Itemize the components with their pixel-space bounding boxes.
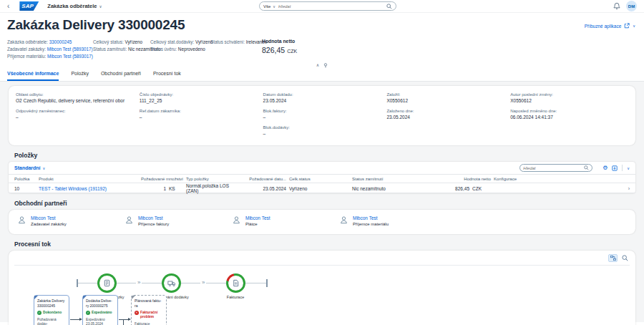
stage-label: Fakturace xyxy=(205,295,265,299)
process-flow-section-heading: Procesní tok xyxy=(14,241,635,248)
back-icon[interactable]: ‹ xyxy=(7,3,9,10)
field-label: Naposled změněno dne: xyxy=(510,108,628,114)
chevron-down-icon[interactable]: ∨ xyxy=(273,4,275,9)
bell-icon[interactable] xyxy=(613,2,620,10)
tab-partners[interactable]: Obchodní partneři xyxy=(101,69,141,81)
object-header: Zakázka Delivery 330000245 Příbuzné apli… xyxy=(0,13,644,69)
flow-view-toggle-button[interactable] xyxy=(608,254,618,262)
col-header[interactable]: Produkt xyxy=(39,177,113,181)
related-apps-button[interactable]: Příbuzné aplikace ∨ xyxy=(585,23,635,29)
field-label: Datum dokladu: xyxy=(263,92,381,97)
header-field: Zadavatel zakázky: Mibcon Test (5893017) xyxy=(7,46,93,53)
export-menu-chevron[interactable]: ∨ xyxy=(627,165,630,171)
pin-header-button[interactable] xyxy=(323,63,328,68)
col-header[interactable]: Požadované datu... xyxy=(243,177,286,181)
sap-logo[interactable]: SAP xyxy=(19,1,39,11)
double-chevron-icon: » xyxy=(136,279,142,286)
col-header[interactable]: Položka xyxy=(14,177,36,181)
tab-items[interactable]: Položky xyxy=(71,69,89,81)
info-col: Číslo objednávky:111_22_25 Ref.datum zák… xyxy=(140,92,258,141)
info-col: Oblast odbytu:O2 Czech Republic, deliver… xyxy=(16,92,134,141)
avatar[interactable]: DM xyxy=(626,1,637,11)
col-header[interactable]: Celk.status xyxy=(289,177,349,181)
stage-node-delivery[interactable] xyxy=(162,273,181,293)
field-value-link[interactable]: Mibcon Test (5893017) xyxy=(47,54,93,59)
shell-app-title[interactable]: Zakázka odběratele xyxy=(47,3,97,9)
currency: CZK xyxy=(287,49,297,54)
col-header[interactable]: Požadované množství xyxy=(116,177,183,181)
info-field: Odpovědný zaměstnanec:– xyxy=(16,108,134,120)
stage-node-order[interactable] xyxy=(97,273,117,293)
header-field: Příjemce materiálu: Mibcon Test (5893017… xyxy=(7,53,93,60)
field-label: Oblast odbytu: xyxy=(16,92,134,97)
items-search-input[interactable] xyxy=(523,166,584,170)
field-value-link[interactable]: 330000245 xyxy=(49,39,72,44)
shell-search-input[interactable] xyxy=(278,4,386,9)
page-content: Oblast odbytu:O2 Czech Republic, deliver… xyxy=(0,82,644,322)
field-label: Celkový status: xyxy=(93,39,124,44)
col-header[interactable]: Status zamítnutí xyxy=(352,177,424,181)
process-flow-toolbar xyxy=(9,251,635,265)
collapse-header-button[interactable]: ∧ xyxy=(316,63,319,67)
cell-product-link[interactable]: TEST - Tablet Windows (191192) xyxy=(39,186,113,191)
field-value: Neprovedeno xyxy=(178,47,205,52)
header-field: Celkový stat.dodávky: Vyřízeno xyxy=(150,39,210,46)
flow-arrow xyxy=(119,319,129,320)
flow-branch-line xyxy=(123,319,124,325)
partner-name-link[interactable]: Mibcon Test xyxy=(353,215,389,220)
partner-entry: Mibcon TestPlátce xyxy=(232,215,339,228)
col-header[interactable]: Hodnota netto xyxy=(426,177,491,181)
field-value: 06.06.2024 14:41:37 xyxy=(510,115,628,120)
field-value-link[interactable]: Mibcon Test (5893017) xyxy=(47,47,93,52)
export-icon[interactable] xyxy=(612,165,618,171)
shell-actions: DM xyxy=(613,1,637,11)
field-label: Celkový stat.dodávky: xyxy=(150,39,194,44)
field-value: X0550612 xyxy=(510,98,628,104)
table-row[interactable]: 10 TEST - Tablet Windows (191192) 1 KS N… xyxy=(9,183,635,193)
flow-end-marker xyxy=(266,279,268,287)
partner-name-link[interactable]: Mibcon Test xyxy=(138,215,169,220)
search-scope[interactable]: Vše xyxy=(263,4,270,9)
flow-card-body: Požadovaná dodáv-ka 23.05.2024Nefakturov… xyxy=(37,318,66,325)
partner-name-link[interactable]: Mibcon Test xyxy=(245,215,270,220)
flow-card-order[interactable]: Zakázka Delivery330000245 ✓Dokončeno Pož… xyxy=(34,295,69,325)
field-value: 23.05.2024 xyxy=(263,98,381,104)
field-label: Zakázka odběratele: xyxy=(7,39,48,44)
header-col-status2: Celkový stat.dodávky: Vyřízeno Status úv… xyxy=(150,39,210,60)
header-col-approval: Status schválení: Irelevantní xyxy=(210,39,262,60)
col-header[interactable]: Konfigurace xyxy=(494,177,618,181)
search-icon[interactable] xyxy=(584,165,589,170)
partner-name-link[interactable]: Mibcon Test xyxy=(31,215,67,220)
items-search[interactable] xyxy=(519,164,592,172)
flow-card-delivery[interactable]: Dodávka Delive-ry 200000275 ✓Expedováno … xyxy=(82,295,118,325)
view-selector[interactable]: Standardní xyxy=(14,165,41,170)
row-chevron-icon[interactable]: › xyxy=(621,186,630,191)
field-label: Blok.dodávky: xyxy=(263,125,381,130)
header-field: Status schválení: Irelevantní xyxy=(210,39,262,46)
field-label: Číslo objednávky: xyxy=(140,92,258,97)
field-value: Vyřízeno xyxy=(125,39,142,44)
divider xyxy=(14,265,630,266)
partners-section-heading: Obchodní partneři xyxy=(14,200,635,207)
field-label: Založeno dne: xyxy=(386,108,504,114)
settings-gear-icon[interactable]: ⚙ xyxy=(602,165,608,171)
tab-process-flow[interactable]: Procesní tok xyxy=(153,69,181,81)
error-icon: ✕ xyxy=(135,311,139,315)
info-col: Autor poslední změny:X0550612 Naposled z… xyxy=(510,92,628,141)
chevron-down-icon[interactable]: ∨ xyxy=(43,166,46,170)
col-header[interactable]: Typ položky xyxy=(186,177,240,181)
shell-search[interactable]: Vše ∨ xyxy=(259,1,396,11)
tab-general-info[interactable]: Všeobecné informace xyxy=(7,69,59,81)
person-icon xyxy=(17,215,26,225)
partner-role: Příjemce materiálu xyxy=(353,222,389,226)
success-icon: ✓ xyxy=(37,311,42,315)
search-icon[interactable] xyxy=(386,4,392,9)
info-field: Blok.faktury:– xyxy=(263,108,381,120)
zoom-icon[interactable] xyxy=(622,255,628,261)
double-chevron-icon: » xyxy=(200,279,206,286)
stage-node-billing[interactable] xyxy=(226,273,245,293)
flow-card-invoice-planned[interactable]: Plánovaná faktu-ra ✕Fakturačníproblém Fa… xyxy=(131,295,167,325)
info-field: Číslo objednávky:111_22_25 xyxy=(140,92,258,104)
chevron-down-icon[interactable]: ∨ xyxy=(99,4,102,9)
info-col: Datum dokladu:23.05.2024 Blok.faktury:– … xyxy=(263,92,381,141)
